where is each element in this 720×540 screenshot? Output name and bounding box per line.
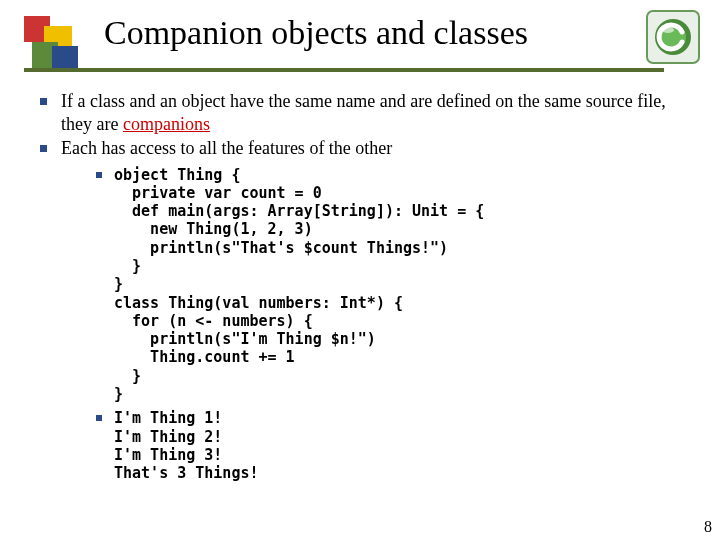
bullet-marker-icon	[96, 415, 102, 421]
c-language-badge-icon	[646, 10, 700, 64]
sub-bullet-2: I'm Thing 1! I'm Thing 2! I'm Thing 3! T…	[96, 409, 680, 482]
bullet-marker-icon	[40, 145, 47, 152]
bullet-marker-icon	[40, 98, 47, 105]
sub-bullet-1: object Thing { private var count = 0 def…	[96, 166, 680, 404]
code-block-1: object Thing { private var count = 0 def…	[114, 166, 484, 404]
code-block-2: I'm Thing 1! I'm Thing 2! I'm Thing 3! T…	[114, 409, 259, 482]
bullet-2-text: Each has access to all the features of t…	[61, 137, 680, 160]
bullet-1-emph: companions	[123, 114, 210, 134]
bullet-1: If a class and an object have the same n…	[40, 90, 680, 135]
slide-title: Companion objects and classes	[104, 14, 528, 52]
title-underline	[24, 68, 664, 72]
svg-point-3	[662, 27, 674, 33]
bullet-marker-icon	[96, 172, 102, 178]
page-number: 8	[704, 518, 712, 536]
bullet-1-text: If a class and an object have the same n…	[61, 90, 680, 135]
bullet-2: Each has access to all the features of t…	[40, 137, 680, 160]
slide: Companion objects and classes If a class…	[0, 0, 720, 540]
slide-body: If a class and an object have the same n…	[40, 90, 680, 485]
slide-theme-logo	[24, 16, 82, 74]
